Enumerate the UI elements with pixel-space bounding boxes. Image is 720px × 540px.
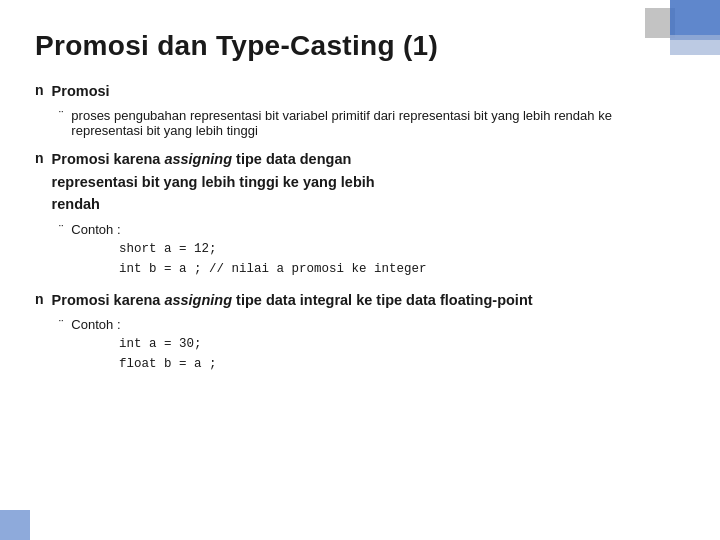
heading-1: Promosi xyxy=(52,80,110,102)
sub-bullet-text-1: proses pengubahan representasi bit varia… xyxy=(71,108,685,138)
sub-bullet-1: ¨ proses pengubahan representasi bit var… xyxy=(59,108,685,138)
slide-title: Promosi dan Type-Casting (1) xyxy=(35,30,685,62)
bullet-dot-3: n xyxy=(35,291,44,307)
main-bullet-3: n Promosi karena assigning tipe data int… xyxy=(35,289,685,311)
code-line-2: int b = a ; // nilai a promosi ke intege… xyxy=(119,259,685,279)
bullet-dot-1: n xyxy=(35,82,44,98)
sub-section-1: ¨ proses pengubahan representasi bit var… xyxy=(59,108,685,138)
sub-bullet-dot-2: ¨ xyxy=(59,222,63,237)
code-line-4: float b = a ; xyxy=(119,354,685,374)
main-bullet-1: n Promosi xyxy=(35,80,685,102)
sub-bullet-label-3: Contoh : xyxy=(71,317,120,332)
sub-section-2: ¨ Contoh : short a = 12; int b = a ; // … xyxy=(59,222,685,279)
sub-section-3: ¨ Contoh : int a = 30; float b = a ; xyxy=(59,317,685,374)
code-line-1: short a = 12; xyxy=(119,239,685,259)
heading-2: Promosi karena assigning tipe data denga… xyxy=(52,148,375,215)
code-block-1: short a = 12; int b = a ; // nilai a pro… xyxy=(119,239,685,279)
main-bullet-2: n Promosi karena assigning tipe data den… xyxy=(35,148,685,215)
code-line-3: int a = 30; xyxy=(119,334,685,354)
sub-bullet-dot-3: ¨ xyxy=(59,317,63,332)
sub-bullet-3: ¨ Contoh : xyxy=(59,317,685,332)
sub-bullet-label-2: Contoh : xyxy=(71,222,120,237)
sub-bullet-dot-1: ¨ xyxy=(59,108,63,123)
bottom-left-decoration xyxy=(0,510,30,540)
heading-3: Promosi karena assigning tipe data integ… xyxy=(52,289,533,311)
bullet-dot-2: n xyxy=(35,150,44,166)
code-block-2: int a = 30; float b = a ; xyxy=(119,334,685,374)
slide-content: Promosi dan Type-Casting (1) n Promosi ¨… xyxy=(35,30,685,520)
section-3: n Promosi karena assigning tipe data int… xyxy=(35,289,685,374)
section-1: n Promosi ¨ proses pengubahan representa… xyxy=(35,80,685,138)
section-2: n Promosi karena assigning tipe data den… xyxy=(35,148,685,278)
sub-bullet-2: ¨ Contoh : xyxy=(59,222,685,237)
